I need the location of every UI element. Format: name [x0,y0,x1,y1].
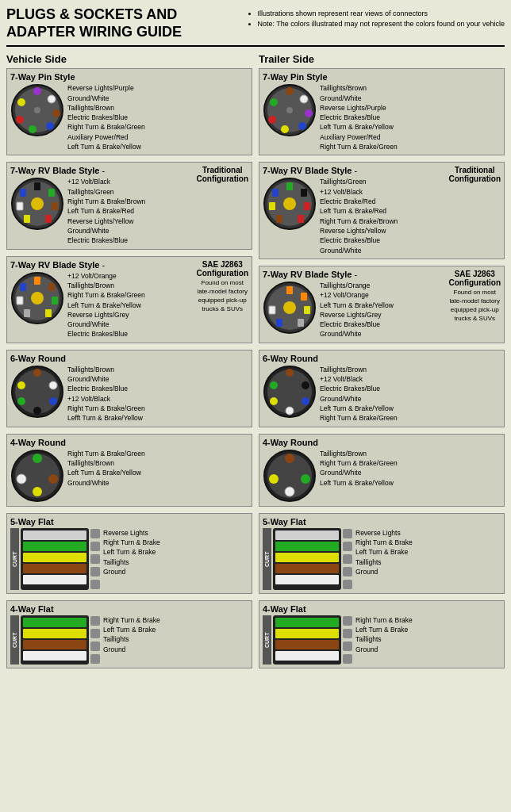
4way-flat-v-connector: CURT [10,615,100,665]
7way-pin-v-row: Reverse Lights/Purple Ground/White Taill… [10,83,248,151]
4way-flat-t-connector: CURT [263,615,352,665]
svg-rect-12 [34,182,40,190]
4way-round-t-wires: Taillights/Brown Right Turn & Brake/Gree… [320,449,398,488]
section-7way-rv-sae-vehicle: 7-Way RV Blade Style - [6,256,252,343]
svg-point-79 [270,397,278,405]
7way-rv-trad-v-row: +12 Volt/Black Taillights/Green Right Tu… [10,177,145,245]
svg-rect-13 [48,189,55,197]
6way-round-v-title: 6-Way Round [10,354,248,363]
svg-rect-66 [286,286,293,294]
vehicle-side-col: Vehicle Side 7-Way Pin Style [6,53,252,674]
section-5way-flat-trailer: 5-Way Flat CURT [259,513,505,594]
svg-rect-57 [301,189,307,197]
svg-rect-18 [20,189,26,197]
svg-point-9 [34,107,40,113]
svg-rect-71 [269,306,275,314]
svg-rect-22 [34,277,40,285]
svg-rect-68 [304,306,310,314]
4way-flat-t-title: 4-Way Flat [263,604,501,614]
4way-flat-t-wires: Right Turn & Brake Left Turn & Brake Tai… [355,615,413,654]
svg-rect-70 [276,319,282,327]
svg-point-86 [269,474,279,484]
6way-round-v-row: Taillights/Brown Ground/White Electric B… [10,365,248,423]
svg-point-53 [286,107,293,113]
note-1: Illustrations shown represent rear views… [258,10,505,17]
7way-rv-sae-t-inner: 7-Way RV Blade Style - [263,270,501,339]
svg-rect-60 [276,215,282,223]
7way-rv-trad-v-img [10,177,64,231]
svg-rect-62 [272,189,279,197]
svg-point-42 [33,487,42,496]
7way-rv-trad-v-inner: 7-Way RV Blade Style - [10,166,248,245]
5way-flat-t-row: CURT [263,528,501,590]
section-6way-round-trailer: 6-Way Round [259,350,505,427]
7way-rv-sae-v-wires: +12 Volt/Orange Taillights/Brown Right T… [67,271,145,339]
4way-round-v-wires: Right Turn & Brake/Green Taillights/Brow… [67,449,145,488]
7way-pin-t-img [263,83,317,137]
6way-round-v-img [10,365,64,419]
page: PLUGS & SOCKETS AND ADAPTER WIRING GUIDE… [0,0,511,681]
7way-rv-sae-t-left: 7-Way RV Blade Style - [263,270,394,339]
6way-round-t-wires: Taillights/Brown +12 Volt/Black Electric… [320,365,398,423]
7way-rv-sae-v-inner: 7-Way RV Blade Style - [10,260,248,339]
7way-rv-trad-t-left: 7-Way RV Blade Style - [263,166,398,255]
4way-round-v-title: 4-Way Round [10,438,248,447]
6way-round-t-title: 6-Way Round [263,354,501,363]
svg-rect-24 [52,297,58,304]
svg-point-32 [33,369,41,377]
section-4way-flat-trailer: 4-Way Flat CURT [259,600,505,668]
svg-point-49 [298,122,306,130]
svg-rect-56 [286,182,293,190]
trailer-side-label: Trailer Side [259,53,505,65]
svg-point-29 [31,292,44,304]
note-2: Note: The colors illustrated may not rep… [258,20,505,28]
7way-rv-trad-v-wires: +12 Volt/Black Taillights/Green Right Tu… [67,177,145,245]
svg-rect-17 [17,202,23,210]
section-7way-pin-vehicle-title: 7-Way Pin Style [10,72,248,82]
svg-point-37 [17,381,25,389]
section-7way-pin-vehicle: 7-Way Pin Style [6,68,252,155]
7way-rv-sae-t-row: Taillights/Orange +12 Volt/Orange Left T… [263,281,394,339]
svg-point-34 [49,397,57,405]
svg-point-43 [17,474,26,484]
svg-point-4 [52,109,60,117]
7way-rv-sae-v-config: SAE J2863ConfigurationFound on mostlate-… [196,260,248,312]
section-6way-round-vehicle: 6-Way Round [6,350,252,427]
7way-rv-sae-t-title: 7-Way RV Blade Style - [263,270,394,279]
svg-point-2 [33,87,41,95]
svg-rect-61 [269,202,275,210]
trailer-side-col: Trailer Side 7-Way Pin Style [259,53,505,674]
7way-pin-v-img [10,83,64,137]
svg-point-83 [285,454,294,463]
6way-round-t-row: Taillights/Brown +12 Volt/Black Electric… [263,365,501,423]
svg-rect-59 [298,215,304,223]
7way-rv-sae-v-title: 7-Way RV Blade Style - [10,260,145,270]
7way-rv-sae-v-row: +12 Volt/Orange Taillights/Brown Right T… [10,271,145,339]
svg-point-41 [48,474,58,484]
6way-round-t-img [263,365,317,419]
svg-point-52 [270,98,278,106]
svg-point-72 [283,301,296,314]
7way-pin-t-row: Taillights/Brown Ground/White Reverse Li… [263,83,501,151]
curt-label-5v: CURT [10,528,19,590]
7way-rv-trad-t-wires: Taillights/Green +12 Volt/Black Electric… [320,177,398,255]
svg-point-48 [305,109,313,117]
svg-rect-15 [45,215,52,223]
5way-flat-v-wires: Reverse Lights Right Turn & Brake Left T… [103,528,160,577]
svg-rect-14 [52,202,58,210]
svg-rect-28 [20,283,26,291]
7way-pin-v-wires: Reverse Lights/Purple Ground/White Taill… [67,83,145,151]
4way-round-t-title: 4-Way Round [263,438,501,447]
svg-rect-23 [48,283,55,291]
7way-rv-trad-v-title: 7-Way RV Blade Style - [10,166,145,175]
5way-flat-t-connector: CURT [263,528,352,590]
4way-round-t-row: Taillights/Brown Right Turn & Brake/Gree… [263,449,501,503]
7way-pin-t-wires: Taillights/Brown Ground/White Reverse Li… [320,83,398,151]
svg-point-7 [16,116,24,124]
7way-rv-trad-t-title: 7-Way RV Blade Style - [263,166,398,175]
svg-point-78 [286,407,294,415]
svg-point-46 [286,87,294,95]
svg-point-63 [283,197,296,210]
svg-rect-67 [301,293,307,301]
section-5way-flat-vehicle: 5-Way Flat CURT [6,513,252,594]
